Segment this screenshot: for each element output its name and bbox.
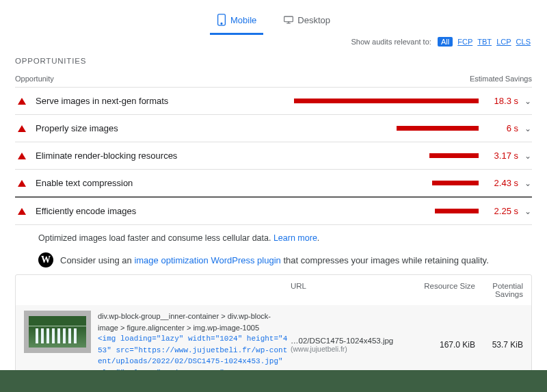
mobile-icon [217,14,226,26]
col-size: Resource Size [407,282,475,298]
chevron-down-icon: ⌄ [524,207,532,216]
tab-desktop-label: Desktop [297,15,330,25]
opportunity-label: Enable text compression [36,178,254,188]
tab-mobile[interactable]: Mobile [210,10,263,35]
url-host: (www.jujuetbeli.fr) [291,345,347,353]
chevron-down-icon: ⌄ [524,96,532,106]
savings-bar-area [254,209,479,213]
wordpress-suggestion: W Consider using an image optimization W… [38,252,532,267]
svg-rect-2 [284,16,293,22]
url-file: …02/DSC1475-1024x453.jpg [291,337,393,345]
device-tabs: Mobile Desktop [0,0,547,35]
resource-size: 167.0 KiB [407,340,475,350]
opportunity-row-expanded[interactable]: Efficiently encode images 2.25 s ⌄ [15,198,532,225]
col-savings: Potential Savings [475,282,523,298]
table-header: URL Resource Size Potential Savings [16,275,531,305]
opportunity-row[interactable]: Properly size images 6 s ⌄ [15,115,532,142]
chevron-down-icon: ⌄ [524,124,532,133]
warning-icon [18,125,26,132]
dom-path: div.wp-block-group__inner-container > di… [98,311,291,333]
wp-post-text: that compresses your images while retain… [281,255,489,265]
potential-savings: 53.7 KiB [475,340,523,350]
desktop-icon [284,14,293,26]
opportunity-detail: Optimized images load faster and consume… [15,225,532,267]
savings-bar [432,181,479,185]
opportunity-row[interactable]: Serve images in next-gen formats 18.3 s … [15,88,532,115]
wp-pre-text: Consider using an [60,255,134,265]
savings-value: 3.17 s [483,151,518,161]
section-subhead: Opportunity Estimated Savings [15,75,532,87]
footer-bar [0,370,547,392]
opportunity-row[interactable]: Eliminate render-blocking resources 3.17… [15,142,532,170]
resource-url[interactable]: …02/DSC1475-1024x453.jpg (www.jujuetbeli… [291,337,407,353]
filter-cls[interactable]: CLS [516,38,531,46]
wordpress-icon: W [38,252,53,267]
savings-value: 6 s [483,123,518,133]
opportunity-row[interactable]: Enable text compression 2.43 s ⌄ [15,170,532,198]
warning-icon [18,153,26,159]
tab-desktop[interactable]: Desktop [277,10,337,35]
opportunities-section: OPPORTUNITIES Opportunity Estimated Savi… [0,57,547,267]
chevron-down-icon: ⌄ [524,179,532,188]
col-url: URL [291,282,407,298]
svg-point-1 [221,23,222,25]
source-column: div.wp-block-group__inner-container > di… [98,311,291,378]
warning-icon [18,180,26,187]
savings-bar [429,153,479,158]
filter-tbt[interactable]: TBT [477,38,492,46]
filter-all[interactable]: All [438,37,453,47]
warning-icon [18,208,26,215]
opportunity-label: Eliminate render-blocking resources [36,151,254,161]
filter-fcp[interactable]: FCP [457,38,472,46]
tab-mobile-label: Mobile [230,15,256,25]
resource-thumbnail[interactable] [24,311,91,353]
opportunity-label: Efficiently encode images [36,206,254,216]
savings-bar [435,209,479,213]
wp-plugin-link[interactable]: image optimization WordPress plugin [134,255,280,265]
savings-bar-area [254,181,479,185]
subhead-opportunity: Opportunity [15,75,54,83]
savings-bar [397,126,479,131]
savings-bar [294,99,479,103]
warning-icon [18,98,26,105]
filter-label: Show audits relevant to: [351,38,431,46]
savings-bar-area [254,99,479,103]
opportunity-list: Serve images in next-gen formats 18.3 s … [15,87,532,225]
savings-value: 18.3 s [483,96,518,106]
audit-filter-row: Show audits relevant to: All FCP TBT LCP… [0,35,547,53]
filter-lcp[interactable]: LCP [496,38,511,46]
savings-bar-area [254,126,479,131]
savings-bar-area [254,153,479,158]
savings-value: 2.43 s [483,178,518,188]
opportunity-label: Properly size images [36,123,254,133]
savings-value: 2.25 s [483,206,518,216]
chevron-down-icon: ⌄ [524,151,532,161]
subhead-savings: Estimated Savings [470,75,532,83]
detail-desc: Optimized images load faster and consume… [38,233,274,243]
learn-more-link[interactable]: Learn more [274,233,317,243]
section-title: OPPORTUNITIES [15,57,532,65]
opportunity-label: Serve images in next-gen formats [36,96,254,106]
